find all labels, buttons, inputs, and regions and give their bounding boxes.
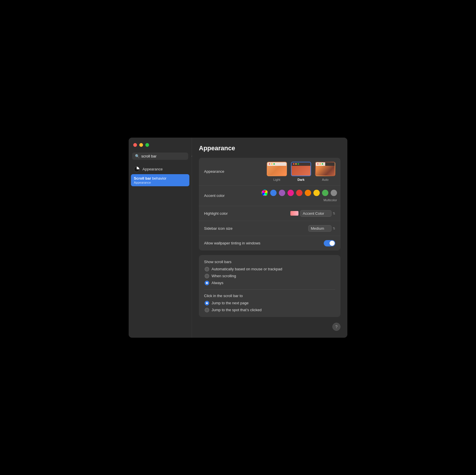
scroll-when-scrolling-radio[interactable] [205, 274, 209, 278]
wallpaper-tinting-control [262, 240, 335, 246]
search-icon: 🔍 [135, 154, 140, 158]
scroll-when-scrolling-option[interactable]: When scrolling [205, 274, 335, 278]
sidebar-icon-size-row: Sidebar icon size Small Medium Large ⇅ [199, 221, 340, 236]
sidebar-item-appearance-label: Appearance [142, 167, 163, 171]
accent-yellow[interactable] [313, 190, 320, 196]
scroll-when-scrolling-label: When scrolling [212, 274, 236, 278]
accent-color-options: Multicolor [262, 190, 337, 202]
scroll-auto-radio[interactable] [205, 267, 209, 271]
wallpaper-tinting-row: Allow wallpaper tinting in windows [199, 236, 340, 250]
scroll-auto-label: Automatically based on mouse or trackpad [212, 267, 282, 271]
multicolor-label: Multicolor [323, 198, 337, 202]
appearance-row-label: Appearance [204, 169, 262, 174]
main-content: Appearance Appearance [192, 138, 347, 338]
minimize-button[interactable] [139, 143, 143, 147]
sidebar-icon-size-select[interactable]: Small Medium Large [308, 225, 332, 232]
sidebar-item-scroll-bar[interactable]: Scroll bar behavior Appearance [131, 174, 189, 186]
sidebar-item-scroll-bar-label: Scroll bar behavior [134, 176, 166, 180]
wallpaper-tinting-label: Allow wallpaper tinting in windows [204, 241, 262, 245]
show-scroll-bars-options: Automatically based on mouse or trackpad… [204, 267, 335, 285]
sidebar-icon-size-select-wrapper: Small Medium Large ⇅ [308, 225, 335, 232]
accent-multicolor[interactable] [262, 190, 268, 196]
accent-color-label: Accent color [204, 193, 262, 198]
highlight-swatch [290, 211, 298, 216]
search-box: 🔍 ⊗ [132, 153, 188, 160]
theme-dark-thumb [291, 162, 311, 176]
click-scroll-bar-section: Click in the scroll bar to Jump to the n… [204, 294, 335, 312]
accent-green[interactable] [322, 190, 328, 196]
theme-light-thumb [267, 162, 287, 176]
appearance-card: Appearance Light [199, 158, 340, 250]
sidebar-list: Appearance Scroll bar behavior Appearanc… [129, 163, 192, 187]
theme-auto-thumb [315, 162, 335, 176]
main-window: 🔍 ⊗ Appearance [129, 138, 347, 338]
highlight-color-select[interactable]: Accent Color [300, 210, 332, 217]
show-scroll-bars-label: Show scroll bars [204, 260, 335, 264]
scroll-always-radio[interactable] [205, 281, 209, 285]
highlight-color-control: Accent Color ⇅ [262, 210, 335, 217]
scroll-always-option[interactable]: Always [205, 281, 335, 285]
jump-spot-option[interactable]: Jump to the spot that’s clicked [205, 308, 335, 312]
accent-color-row: Accent color [199, 186, 340, 206]
click-scroll-bar-label: Click in the scroll bar to [204, 294, 335, 298]
jump-spot-radio[interactable] [205, 308, 209, 312]
highlight-color-row: Highlight color Accent Color ⇅ [199, 206, 340, 221]
theme-light-label: Light [273, 178, 280, 181]
wallpaper-tinting-toggle[interactable] [324, 240, 335, 246]
highlight-color-select-wrapper: Accent Color ⇅ [290, 210, 335, 217]
appearance-row: Appearance Light [199, 158, 340, 186]
search-input[interactable] [141, 154, 190, 158]
chevron-updown-icon: ⇅ [333, 212, 335, 215]
divider [204, 289, 335, 290]
page-title: Appearance [199, 145, 340, 152]
show-scroll-bars-section: Show scroll bars Automatically based on … [204, 260, 335, 285]
accent-purple[interactable] [279, 190, 285, 196]
accent-orange[interactable] [305, 190, 311, 196]
sidebar-item-appearance[interactable]: Appearance [131, 164, 189, 174]
jump-spot-label: Jump to the spot that’s clicked [212, 308, 262, 312]
click-scroll-bar-options: Jump to the next page Jump to the spot t… [204, 301, 335, 312]
appearance-icon [134, 166, 140, 172]
sidebar-icon-size-label: Sidebar icon size [204, 226, 262, 231]
theme-auto-label: Auto [322, 178, 329, 181]
theme-options: Light Dark [262, 162, 335, 181]
jump-page-radio[interactable] [205, 301, 209, 305]
sidebar: 🔍 ⊗ Appearance [129, 138, 192, 338]
titlebar [129, 138, 192, 153]
sidebar-item-scroll-bar-sublabel: Appearance [134, 181, 166, 184]
theme-dark[interactable]: Dark [291, 162, 311, 181]
scroll-bars-card: Show scroll bars Automatically based on … [199, 255, 340, 317]
accent-graphite[interactable] [331, 190, 337, 196]
scroll-auto-option[interactable]: Automatically based on mouse or trackpad [205, 267, 335, 271]
scroll-always-label: Always [212, 281, 223, 285]
sidebar-icon-size-control: Small Medium Large ⇅ [262, 225, 335, 232]
highlight-color-label: Highlight color [204, 211, 262, 216]
jump-page-option[interactable]: Jump to the next page [205, 301, 335, 305]
accent-pink[interactable] [287, 190, 294, 196]
maximize-button[interactable] [145, 143, 149, 147]
theme-dark-label: Dark [298, 178, 304, 181]
help-button[interactable]: ? [332, 323, 340, 331]
accent-red[interactable] [296, 190, 302, 196]
chevron-updown-icon2: ⇅ [333, 227, 335, 230]
theme-auto[interactable]: Auto [315, 162, 335, 181]
close-button[interactable] [133, 143, 137, 147]
theme-light[interactable]: Light [267, 162, 287, 181]
jump-page-label: Jump to the next page [212, 301, 249, 305]
accent-blue[interactable] [270, 190, 277, 196]
